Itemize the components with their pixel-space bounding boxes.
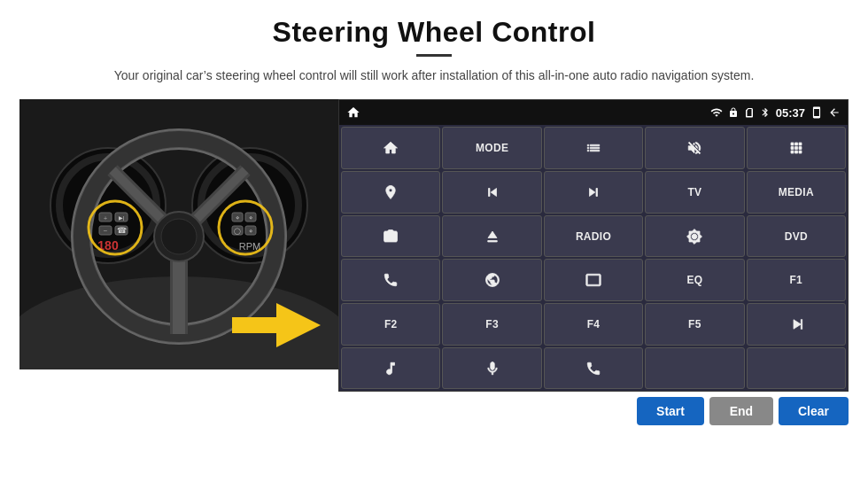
svg-text:◯: ◯ xyxy=(234,228,241,235)
btn-music[interactable] xyxy=(341,347,440,390)
btn-f1[interactable]: F1 xyxy=(747,259,846,301)
btn-mute[interactable] xyxy=(645,127,744,169)
bluetooth-icon xyxy=(760,106,771,119)
btn-mode[interactable]: MODE xyxy=(442,127,541,169)
btn-empty2 xyxy=(747,347,846,390)
svg-rect-39 xyxy=(232,317,278,333)
btn-list[interactable] xyxy=(544,127,643,169)
btn-mic[interactable] xyxy=(442,347,541,390)
btn-prev[interactable] xyxy=(442,171,541,214)
btn-playpause[interactable] xyxy=(747,303,846,346)
svg-text:⋄: ⋄ xyxy=(236,214,239,221)
home-status-icon xyxy=(346,105,360,120)
status-right: 05:37 xyxy=(710,106,841,120)
button-grid: MODE TV ME xyxy=(339,125,848,391)
action-row: Start End Clear xyxy=(0,392,868,425)
btn-nav[interactable] xyxy=(341,171,440,214)
start-button[interactable]: Start xyxy=(637,397,704,425)
btn-next[interactable] xyxy=(544,171,643,214)
status-time: 05:37 xyxy=(776,106,805,120)
page-title: Steering Wheel Control xyxy=(53,16,815,49)
content-area: 180 RPM + xyxy=(19,99,849,392)
btn-browser[interactable] xyxy=(442,259,541,301)
wifi-icon xyxy=(710,106,723,119)
title-divider xyxy=(416,54,452,57)
lock-icon xyxy=(728,107,739,118)
btn-apps[interactable] xyxy=(747,127,846,169)
btn-eq[interactable]: EQ xyxy=(645,259,744,301)
car-image: 180 RPM + xyxy=(19,99,338,369)
svg-point-19 xyxy=(161,219,197,254)
svg-rect-40 xyxy=(801,320,802,330)
btn-empty1 xyxy=(645,347,744,390)
back-icon xyxy=(828,106,841,119)
svg-text:+: + xyxy=(104,215,107,222)
clear-button[interactable]: Clear xyxy=(779,397,849,425)
android-panel: 05:37 MODE xyxy=(338,99,849,392)
btn-f4[interactable]: F4 xyxy=(544,303,643,346)
status-left xyxy=(346,105,360,120)
svg-text:▶|: ▶| xyxy=(119,215,125,221)
svg-text:−: − xyxy=(104,227,108,235)
svg-text:☎: ☎ xyxy=(117,226,127,235)
btn-media[interactable]: MEDIA xyxy=(747,171,846,214)
btn-dvd[interactable]: DVD xyxy=(747,215,846,258)
svg-text:⋄: ⋄ xyxy=(249,228,252,234)
status-bar: 05:37 xyxy=(339,100,848,125)
btn-phone[interactable] xyxy=(341,259,440,301)
btn-tv[interactable]: TV xyxy=(645,171,744,214)
page-header: Steering Wheel Control Your original car… xyxy=(0,0,868,92)
btn-f5[interactable]: F5 xyxy=(645,303,744,346)
page-subtitle: Your original car’s steering wheel contr… xyxy=(53,66,815,85)
btn-f2[interactable]: F2 xyxy=(341,303,440,346)
btn-handfree[interactable] xyxy=(544,347,643,390)
btn-home[interactable] xyxy=(341,127,440,169)
btn-screen[interactable] xyxy=(544,259,643,301)
screenshot-icon xyxy=(810,106,823,119)
btn-eject[interactable] xyxy=(442,215,541,258)
sim-icon xyxy=(744,107,755,118)
btn-brightness[interactable] xyxy=(645,215,744,258)
end-button[interactable]: End xyxy=(709,397,773,425)
btn-radio[interactable]: RADIO xyxy=(544,215,643,258)
btn-f3[interactable]: F3 xyxy=(442,303,541,346)
svg-text:⋄: ⋄ xyxy=(249,214,252,221)
btn-360cam[interactable] xyxy=(341,215,440,258)
